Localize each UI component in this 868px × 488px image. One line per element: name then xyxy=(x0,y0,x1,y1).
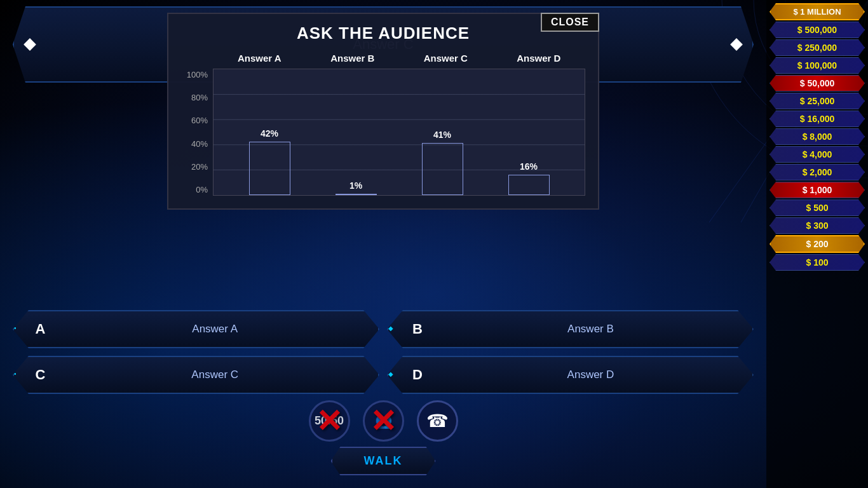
y-label-0: 0% xyxy=(196,185,208,194)
prize-ladder: $ 1 MILLION $ 500,000 $ 250,000 $ 100,00… xyxy=(766,0,868,488)
y-axis: 100% 80% 60% 40% 20% 0% xyxy=(181,69,213,196)
answer-letter-c: C xyxy=(36,367,46,383)
close-button[interactable]: CLOSE xyxy=(541,13,599,32)
chart-area: 100% 80% 60% 40% 20% 0% 42% xyxy=(181,69,585,196)
bar-value-b: 1% xyxy=(349,180,362,191)
answer-dot-a: • xyxy=(14,325,17,332)
prize-100k: $ 100,000 xyxy=(770,57,865,74)
main-container: Answer C CLOSE ASK THE AUDIENCE Answer A… xyxy=(0,0,868,488)
answer-dot-b: ◆ xyxy=(388,325,393,332)
answer-letter-d: D xyxy=(412,367,423,383)
lifeline-phone-friend[interactable]: ☎ xyxy=(417,400,458,442)
bar-value-c: 41% xyxy=(433,130,451,140)
chart-label-d: Answer D xyxy=(492,53,586,64)
answer-text-b: Answer B xyxy=(429,323,752,336)
answer-letter-a: A xyxy=(36,321,46,337)
bar-group-d: 16% xyxy=(485,69,572,195)
phone-icon: ☎ xyxy=(426,410,449,431)
y-label-60: 60% xyxy=(191,116,208,125)
audience-title: ASK THE AUDIENCE xyxy=(181,24,585,43)
lifeline-fifty-fifty[interactable]: 50:50 ✕ xyxy=(309,400,350,442)
y-label-40: 40% xyxy=(191,139,208,149)
y-label-100: 100% xyxy=(187,70,208,79)
answer-dot-d: ◆ xyxy=(388,370,393,377)
bar-a: 42% xyxy=(249,142,290,195)
prize-300: $ 300 xyxy=(770,217,865,234)
answer-text-c: Answer C xyxy=(51,369,378,381)
lifeline-audience-x: ✕ xyxy=(370,405,397,437)
prize-50k: $ 50,000 xyxy=(770,75,865,92)
prize-1million: $ 1 MILLION xyxy=(770,3,865,20)
answers-row-2: • C Answer C ◆ D Answer D xyxy=(13,356,754,394)
answer-text-d: Answer D xyxy=(429,369,752,381)
answer-btn-c[interactable]: • C Answer C xyxy=(13,356,379,394)
walk-button[interactable]: WALK xyxy=(331,447,436,475)
chart-label-c: Answer C xyxy=(399,53,492,64)
answer-dot-c: • xyxy=(14,370,17,377)
bar-d: 16% xyxy=(508,175,550,195)
answer-letter-b: B xyxy=(412,321,423,337)
prize-4k: $ 4,000 xyxy=(770,146,865,163)
chart-label-b: Answer B xyxy=(306,53,400,64)
audience-overlay: CLOSE ASK THE AUDIENCE Answer A Answer B… xyxy=(167,13,599,210)
prize-100: $ 100 xyxy=(770,254,865,271)
prize-2k: $ 2,000 xyxy=(770,164,865,180)
bar-b: 1% xyxy=(336,194,377,195)
prize-16k: $ 16,000 xyxy=(770,111,865,127)
bar-value-d: 16% xyxy=(520,161,538,172)
question-area: Answer C CLOSE ASK THE AUDIENCE Answer A… xyxy=(13,6,754,83)
chart-container: Answer A Answer B Answer C Answer D 100%… xyxy=(181,53,585,196)
chart-labels: Answer A Answer B Answer C Answer D xyxy=(181,53,585,64)
diamond-left-icon xyxy=(24,38,36,51)
chart-label-a: Answer A xyxy=(213,53,306,64)
prize-250k: $ 250,000 xyxy=(770,39,865,56)
answer-btn-b[interactable]: ◆ B Answer B xyxy=(387,310,754,348)
diamond-right-icon xyxy=(730,38,743,51)
y-label-20: 20% xyxy=(191,162,208,172)
bar-group-b: 1% xyxy=(313,69,399,195)
walk-button-container: WALK xyxy=(331,447,436,475)
game-area: Answer C CLOSE ASK THE AUDIENCE Answer A… xyxy=(0,0,766,488)
lifelines-row: 50:50 ✕ 👥 ✕ ☎ xyxy=(309,400,458,442)
bar-value-a: 42% xyxy=(261,128,278,139)
prize-25k: $ 25,000 xyxy=(770,93,865,109)
prize-500: $ 500 xyxy=(770,200,865,216)
prize-8k: $ 8,000 xyxy=(770,128,865,145)
lifeline-ask-audience[interactable]: 👥 ✕ xyxy=(363,400,404,442)
answer-btn-d[interactable]: ◆ D Answer D xyxy=(387,356,754,394)
y-label-80: 80% xyxy=(191,93,208,102)
prize-1k: $ 1,000 xyxy=(770,182,865,198)
lifelines-container: 50:50 ✕ 👥 ✕ ☎ WALK xyxy=(13,400,754,482)
prize-200: $ 200 xyxy=(770,235,865,253)
prize-500k: $ 500,000 xyxy=(770,22,865,38)
bar-c: 41% xyxy=(422,143,463,195)
bar-group-a: 42% xyxy=(226,69,313,195)
bar-group-c: 41% xyxy=(399,69,485,195)
answers-container: • A Answer A ◆ B Answer B • C Answer C ◆ xyxy=(13,310,754,400)
lifeline-fifty-x: ✕ xyxy=(316,405,342,437)
answers-row-1: • A Answer A ◆ B Answer B xyxy=(13,310,754,348)
chart-bars: 42% 1% xyxy=(213,69,585,196)
answer-btn-a[interactable]: • A Answer A xyxy=(13,310,379,348)
answer-text-a: Answer A xyxy=(51,323,378,336)
